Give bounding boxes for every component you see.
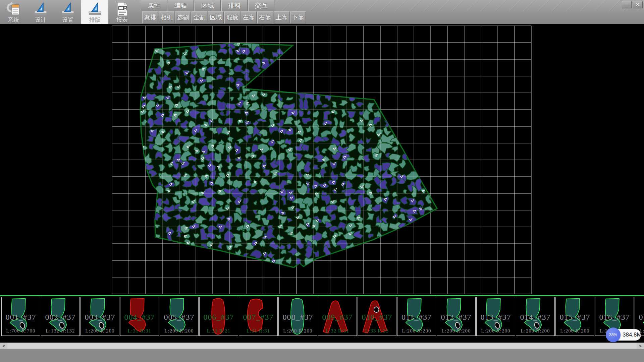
piece-shape	[477, 297, 515, 336]
application-window: 系统设计设置排版报表 属性编辑区域排料交互 聚排相机选割全割区域瑕疵左靠右靠上靠…	[0, 0, 644, 362]
piece-thumbnail-007_#37[interactable]: 007_#37L:31 R:31	[239, 297, 278, 336]
settings-icon	[60, 2, 75, 16]
piece-thumbnail-008_#37[interactable]: 008_#37L:200 R:200	[278, 297, 317, 336]
nav-label: 设置	[62, 17, 73, 23]
tool-button-6[interactable]: 瑕疵	[224, 11, 240, 23]
nav-button-3[interactable]: 设置	[54, 0, 82, 24]
close-button[interactable]: ✕	[633, 1, 643, 8]
piece-thumbnail-strip: 001_#37L:700 R:700 002_#37L:132 R:132 00…	[0, 296, 644, 343]
nav-label: 排版	[89, 17, 101, 23]
piece-shape	[279, 297, 317, 336]
nav-label: 设计	[35, 17, 46, 23]
piece-thumbnail-004_#37[interactable]: 004_#37L:31 R:31	[120, 297, 159, 336]
tool-button-2[interactable]: 相机	[159, 11, 174, 23]
tool-button-5[interactable]: 区域	[208, 11, 224, 23]
window-controls: — ✕	[622, 1, 643, 8]
menu-button-4[interactable]: 排料	[221, 0, 248, 11]
menu-button-3[interactable]: 区域	[195, 0, 221, 11]
piece-shape	[2, 297, 40, 336]
nav-button-4[interactable]: 排版	[81, 0, 108, 24]
piece-shape	[437, 297, 475, 336]
system-icon	[6, 2, 21, 16]
piece-thumbnail-009_#37[interactable]: 009_#37L:32 R:31	[318, 297, 357, 336]
piece-shape	[556, 297, 594, 336]
tool-button-7[interactable]: 左靠	[241, 11, 257, 23]
piece-thumbnail-006_#37[interactable]: 006_#37L:21 R:21	[199, 297, 238, 336]
nav-label: 报表	[116, 17, 128, 23]
tool-row: 聚排相机选割全割区域瑕疵左靠右靠上靠下靠	[142, 11, 307, 24]
piece-shape	[358, 297, 396, 336]
nav-button-2[interactable]: 设计	[27, 0, 54, 24]
piece-thumbnail-003_#37[interactable]: 003_#37L:200 R:200	[80, 297, 119, 336]
nesting-icon	[88, 2, 102, 16]
nav-label: 系统	[8, 17, 19, 23]
scroll-left-button[interactable]: <	[0, 343, 7, 349]
memory-size-label: 384.8M	[623, 331, 641, 338]
menu-button-1[interactable]: 属性	[141, 0, 167, 11]
piece-thumbnail-011_#37[interactable]: 011_#37L:200 R:200	[397, 297, 436, 336]
horizontal-scrollbar[interactable]: < >	[0, 343, 644, 349]
minimize-button[interactable]: —	[622, 1, 632, 8]
menu-button-5[interactable]: 交互	[248, 0, 274, 11]
tool-button-3[interactable]: 选割	[175, 11, 191, 23]
piece-thumbnail-001_#37[interactable]: 001_#37L:700 R:700	[1, 297, 40, 336]
tool-button-4[interactable]: 全割	[192, 11, 207, 23]
main-nav: 系统设计设置排版报表	[0, 0, 136, 24]
piece-shape	[318, 297, 357, 336]
piece-thumbnail-013_#37[interactable]: 013_#37L:200 R:200	[476, 297, 515, 336]
piece-shape	[41, 297, 79, 336]
piece-shape	[160, 297, 198, 336]
piece-shape	[120, 297, 159, 336]
scroll-right-button[interactable]: >	[637, 343, 644, 349]
menu-row: 属性编辑区域排料交互	[141, 0, 275, 11]
report-icon	[115, 2, 129, 16]
nesting-canvas[interactable]	[0, 24, 644, 295]
piece-thumbnail-015_#37[interactable]: 015_#37L:200 R:200	[555, 297, 594, 336]
piece-thumbnail-002_#37[interactable]: 002_#37L:132 R:132	[41, 297, 80, 336]
nav-button-1[interactable]: 系统	[0, 0, 27, 24]
piece-thumbnail-012_#37[interactable]: 012_#37L:200 R:200	[437, 297, 476, 336]
piece-shape	[397, 297, 436, 336]
piece-shape	[200, 297, 238, 336]
toolbar: 系统设计设置排版报表 属性编辑区域排料交互 聚排相机选割全割区域瑕疵左靠右靠上靠…	[0, 0, 644, 24]
tool-button-10[interactable]: 下靠	[290, 11, 306, 23]
piece-thumbnail-005_#37[interactable]: 005_#37L:200 R:200	[160, 297, 199, 336]
tool-button-1[interactable]: 聚排	[142, 11, 158, 23]
tool-button-9[interactable]: 上靠	[274, 11, 289, 23]
status-footer	[0, 349, 644, 362]
design-icon	[33, 2, 48, 16]
piece-shape	[516, 297, 554, 336]
tool-button-8[interactable]: 右靠	[257, 11, 273, 23]
piece-shape	[81, 297, 119, 336]
piece-thumbnail-010_#37[interactable]: 010_#37L:33 R:33	[358, 297, 396, 336]
nav-button-5[interactable]: 报表	[108, 0, 136, 24]
piece-shape	[239, 297, 277, 336]
canvas-svg	[0, 24, 644, 295]
menu-button-2[interactable]: 编辑	[168, 0, 194, 11]
memory-percent-indicator: 38%	[606, 327, 621, 342]
piece-thumbnail-014_#37[interactable]: 014_#37L:200 R:200	[516, 297, 555, 336]
